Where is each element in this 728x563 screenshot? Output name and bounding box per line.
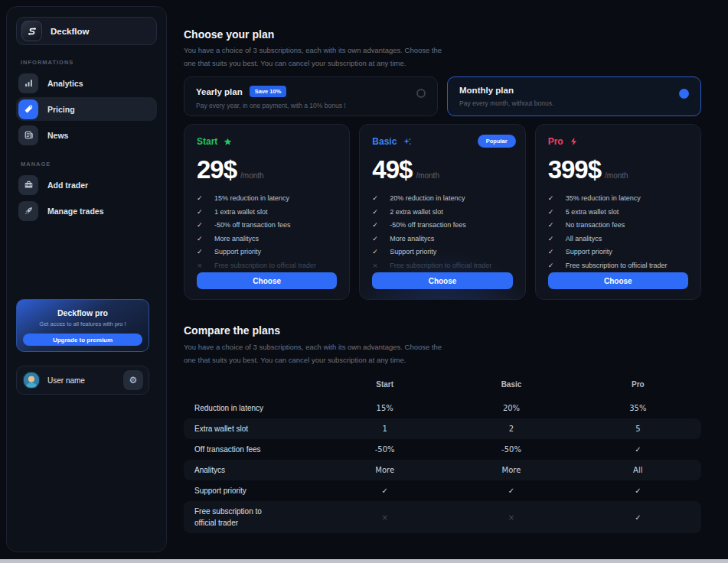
choose-plan-title: Choose your plan [184,28,274,41]
user-card[interactable]: User name ⚙ [16,366,149,395]
feature-mark-icon: × [197,262,204,269]
sidebar: Deckflow INFORMATIONS Analytics Pricing [6,6,167,552]
feature-item: ✓ 2 extra wallet slot [372,208,512,216]
sparkles-icon [403,137,412,146]
feature-text: 20% reduction in latency [390,194,465,202]
feature-list: ✓ 35% reduction in latency ✓ 5 extra wal… [548,194,688,269]
feature-item: ✓ Support priority [197,248,337,255]
table-row: Support priority ✓ ✓ ✓ [184,480,701,501]
feature-text: Support priority [214,248,261,255]
feature-text: More analitycs [214,235,259,242]
sidebar-item-label: Add trader [47,181,88,190]
feature-text: More analitycs [390,235,434,242]
column-header-basic: Basic [448,380,574,389]
cell-start: × [322,513,448,522]
plan-period: /month [240,171,264,180]
tag-icon [18,99,38,119]
feature-item: ✓ 5 extra wallet slot [548,208,688,216]
window-bottom-edge [0,559,728,563]
feature-mark-icon: ✓ [548,194,556,202]
column-header-start: Start [322,380,448,389]
plan-period: /month [605,171,628,180]
sidebar-section-informations: INFORMATIONS [21,59,166,66]
table-row: Reduction in latency 15% 20% 35% [184,398,701,418]
cell-pro: 35% [575,404,701,412]
monthly-radio[interactable] [679,89,689,99]
feature-item: ✓ Support priority [548,248,688,255]
plan-price: 29$ [197,155,237,184]
cell-start: ✓ [322,487,448,495]
star-icon [224,138,232,146]
user-name: User name [47,376,116,385]
feature-mark-icon: ✓ [372,248,380,255]
bolt-icon [570,137,578,146]
cell-start: More [322,466,448,474]
rocket-icon [18,201,38,221]
feature-mark-icon: ✓ [548,248,556,255]
settings-button[interactable]: ⚙ [123,370,143,390]
feature-mark-icon: ✓ [372,221,380,229]
cell-basic: More [448,466,574,474]
app-name: Deckflow [51,27,90,36]
compare-table: Start Basic Pro Reduction in latency 15%… [184,375,701,533]
row-label: Free subscription to official trader [184,506,283,529]
monthly-plan-option[interactable]: Monthly plan Pay every month, without bo… [447,76,701,116]
sidebar-item-add-trader[interactable]: Add trader [16,173,157,197]
feature-item: ✓ More analitycs [197,235,337,242]
cell-start: 15% [322,404,448,412]
feature-mark-icon: ✓ [372,235,380,242]
feature-mark-icon: ✓ [197,248,204,255]
promo-subtitle: Get acces to all features with pro ! [17,321,149,327]
feature-item: ✓ -50% off transaction fees [197,221,337,229]
row-label: Analitycs [184,464,283,476]
cell-pro: ✓ [575,445,701,454]
sidebar-item-pricing[interactable]: Pricing [16,97,157,121]
feature-list: ✓ 15% reduction in latency ✓ 1 extra wal… [197,194,337,269]
plan-name: Pro [548,136,563,147]
yearly-plan-subtitle: Pay every year, in one payment, with a 1… [196,102,426,109]
cell-start: -50% [322,445,448,454]
sidebar-item-news[interactable]: News [16,123,157,147]
plan-period: /month [416,171,439,180]
plan-name: Basic [372,136,397,147]
choose-plan-description: You have a choice of 3 subscriptions, ea… [184,44,450,70]
feature-mark-icon: ✓ [372,194,380,202]
feature-text: 2 extra wallet slot [390,208,443,216]
feature-mark-icon: ✓ [197,194,204,202]
main-content: Choose your plan You have a choice of 3 … [184,0,701,563]
choose-pro-button[interactable]: Choose [548,272,688,289]
feature-item: ✓ -50% off transaction fees [372,221,512,229]
feature-mark-icon: ✓ [548,208,556,216]
plan-card-basic: Basic Popular 49$ /month ✓ 20% reduction… [359,124,525,300]
briefcase-icon [18,175,38,195]
feature-text: 5 extra wallet slot [566,208,619,216]
feature-item: ✓ Support priority [372,248,512,255]
cell-basic: ✓ [448,487,574,495]
table-row: Extra wallet slot 1 2 5 [184,418,701,439]
sidebar-item-manage-trades[interactable]: Manage trades [16,199,157,223]
yearly-plan-option[interactable]: Yearly plan Save 10% Pay every year, in … [184,76,438,116]
feature-text: Support priority [390,248,436,255]
yearly-radio[interactable] [416,89,426,98]
sidebar-item-label: News [47,131,68,140]
sidebar-item-label: Analytics [47,79,83,88]
feature-text: 35% reduction in latency [566,194,641,202]
sidebar-item-analytics[interactable]: Analytics [16,71,157,95]
plan-price: 399$ [548,155,601,184]
feature-text: Support priority [566,248,612,255]
feature-mark-icon: ✓ [197,208,204,216]
feature-text: -50% off transaction fees [390,221,465,229]
choose-basic-button[interactable]: Choose [372,272,512,289]
choose-start-button[interactable]: Choose [197,272,337,289]
plan-price: 49$ [372,155,412,184]
promo-title: Deckflow pro [17,308,149,317]
app-logo-card[interactable]: Deckflow [16,17,157,45]
compare-table-rows: Reduction in latency 15% 20% 35% Extra w… [184,398,701,533]
feature-item: ✓ 20% reduction in latency [372,194,512,202]
sidebar-item-label: Pricing [47,105,75,114]
upgrade-premium-button[interactable]: Upgrade to premium [23,334,142,346]
avatar [22,371,41,389]
deckflow-logo-icon [21,21,42,41]
feature-mark-icon: ✓ [548,235,556,242]
feature-item: ✓ 15% reduction in latency [197,194,337,202]
